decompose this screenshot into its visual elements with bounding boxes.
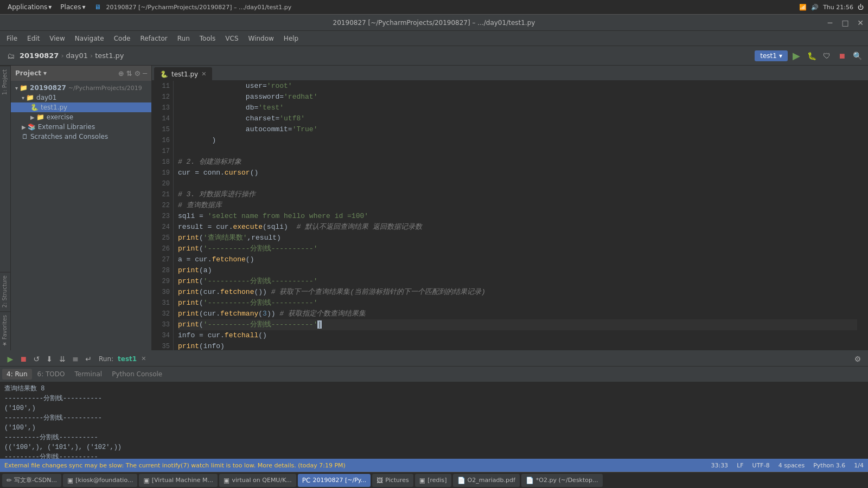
menu-tools[interactable]: Tools bbox=[195, 33, 220, 44]
run-filter-button[interactable]: ≡ bbox=[69, 353, 81, 365]
run-configuration[interactable]: test1 ▾ bbox=[755, 50, 788, 61]
code-line[interactable]: # 查询数据库 bbox=[178, 200, 857, 211]
line-number: 30 bbox=[155, 287, 170, 298]
code-line[interactable]: ) bbox=[178, 135, 857, 146]
tab-terminal[interactable]: Terminal bbox=[70, 369, 106, 380]
hide-icon[interactable]: ─ bbox=[143, 69, 147, 78]
minimize-button[interactable]: ─ bbox=[822, 15, 838, 31]
menu-vcs[interactable]: VCS bbox=[221, 33, 242, 44]
code-line[interactable]: print(a) bbox=[178, 265, 857, 276]
pc-icon-menu[interactable]: 🖥 bbox=[91, 2, 104, 12]
stop-button[interactable]: ⏹ bbox=[835, 49, 848, 62]
code-line[interactable]: # 3. 对数据库进行操作 bbox=[178, 189, 857, 200]
code-line[interactable]: password='redhat' bbox=[178, 92, 857, 102]
tree-item-day01[interactable]: ▾ 📁 day01 bbox=[11, 93, 151, 102]
debug-button[interactable]: 🐛 bbox=[805, 49, 818, 62]
close-button[interactable]: ✕ bbox=[853, 15, 868, 31]
sidebar-tab-favorites[interactable]: ★ Favorites bbox=[0, 311, 10, 350]
code-line[interactable]: print(cur.fetchone()) # 获取下一个查询结果集(当前游标指… bbox=[178, 287, 857, 298]
menu-window[interactable]: Window bbox=[244, 33, 278, 44]
code-line[interactable]: user='root' bbox=[178, 81, 857, 92]
run-button[interactable]: ▶ bbox=[790, 49, 803, 62]
code-line[interactable]: print('----------分割线----------' bbox=[178, 298, 857, 309]
tab-python-console[interactable]: Python Console bbox=[107, 369, 167, 380]
taskbar-item[interactable]: ▣[kiosk@foundatio... bbox=[63, 474, 138, 487]
taskbar-item[interactable]: ▣[redis] bbox=[415, 474, 451, 487]
panel-dropdown-arrow[interactable]: ▾ bbox=[43, 69, 47, 77]
sidebar-tab-structure[interactable]: 2: Structure bbox=[0, 272, 10, 311]
taskbar-item[interactable]: ▣virtual on QEMU/K... bbox=[219, 474, 296, 487]
tab-run[interactable]: 4: Run bbox=[2, 369, 32, 380]
code-line[interactable]: a = cur.fetchone() bbox=[178, 254, 857, 265]
code-line[interactable]: print('----------分割线----------' bbox=[178, 276, 857, 287]
maximize-button[interactable]: □ bbox=[838, 15, 853, 31]
code-line[interactable]: autocommit='True' bbox=[178, 124, 857, 135]
taskbar-item[interactable]: 📄*O2.py (~/Desktop... bbox=[521, 474, 603, 487]
code-line[interactable]: cur = conn.cursor() bbox=[178, 168, 857, 178]
code-line[interactable]: result = cur.execute(sqli) # 默认不返回查询结果 返… bbox=[178, 222, 857, 233]
code-line[interactable]: info = cur.fetchall() bbox=[178, 330, 857, 341]
taskbar-item[interactable]: ▣[Virtual Machine M... bbox=[139, 474, 218, 487]
breadcrumb-file[interactable]: test1.py bbox=[95, 52, 124, 60]
taskbar-item[interactable]: 🖼Pictures bbox=[372, 474, 413, 487]
menu-navigate[interactable]: Navigate bbox=[71, 33, 108, 44]
python-version[interactable]: Python 3.6 bbox=[813, 462, 845, 469]
sidebar-tab-project[interactable]: 1: Project bbox=[0, 66, 10, 98]
sort-icon[interactable]: ⇅ bbox=[126, 69, 132, 78]
code-line[interactable]: print('----------分割线----------' bbox=[178, 243, 857, 254]
menu-view[interactable]: View bbox=[45, 33, 69, 44]
code-line[interactable] bbox=[178, 178, 857, 189]
run-close-button[interactable]: ✕ bbox=[141, 355, 146, 362]
menu-edit[interactable]: Edit bbox=[23, 33, 44, 44]
run-scroll-end-button[interactable]: ⇊ bbox=[56, 353, 68, 365]
line-separator[interactable]: LF bbox=[737, 462, 743, 469]
code-line[interactable]: print(cur.fetchmany(3)) # 获取指定个数查询结果集 bbox=[178, 309, 857, 319]
coverage-button[interactable]: 🛡 bbox=[820, 49, 833, 62]
menu-run[interactable]: Run bbox=[173, 33, 194, 44]
code-line[interactable]: # 2. 创建游标对象 bbox=[178, 157, 857, 168]
tree-item-ext-libs[interactable]: ▶ 📚 External Libraries bbox=[11, 122, 151, 132]
editor-tab-test1py[interactable]: 🐍 test1.py ✕ bbox=[154, 67, 212, 80]
project-icon-btn[interactable]: 🗂 bbox=[4, 49, 17, 62]
search-everywhere-button[interactable]: 🔍 bbox=[851, 49, 864, 62]
menu-help[interactable]: Help bbox=[279, 33, 303, 44]
tree-item-scratches[interactable]: 🗒 Scratches and Consoles bbox=[11, 132, 151, 142]
run-scroll-down-button[interactable]: ⬇ bbox=[43, 353, 55, 365]
locate-icon[interactable]: ⊕ bbox=[118, 69, 124, 78]
day01-label: day01 bbox=[36, 94, 56, 101]
menu-code[interactable]: Code bbox=[110, 33, 135, 44]
code-line[interactable] bbox=[178, 146, 857, 157]
code-line[interactable]: print('查询结果数',result) bbox=[178, 233, 857, 243]
run-rerun-button[interactable]: ↺ bbox=[30, 353, 42, 365]
breadcrumb-root[interactable]: 20190827 bbox=[20, 52, 59, 60]
code-line[interactable]: print(info) bbox=[178, 341, 857, 350]
menu-file[interactable]: File bbox=[2, 33, 22, 44]
taskbar-item[interactable]: ✏写文章-CSDN... bbox=[2, 474, 61, 487]
taskbar-item[interactable]: 📄O2_mariadb.pdf bbox=[453, 474, 520, 487]
code-editor[interactable]: 1112131415161718192021222324252627282930… bbox=[152, 81, 868, 350]
menu-refactor[interactable]: Refactor bbox=[136, 33, 171, 44]
run-stop-button[interactable]: ⏹ bbox=[17, 353, 29, 365]
code-line[interactable]: sqli = 'select name from hello where id … bbox=[178, 211, 857, 222]
places-menu[interactable]: Places ▾ bbox=[57, 2, 88, 12]
settings-icon[interactable]: ⚙ bbox=[135, 69, 141, 78]
run-play-button[interactable]: ▶ bbox=[4, 353, 16, 365]
code-line[interactable]: db='test' bbox=[178, 102, 857, 113]
run-wrap-button[interactable]: ↵ bbox=[82, 353, 94, 365]
tree-item-exercise[interactable]: ▶ 📁 exercise bbox=[11, 112, 151, 122]
breadcrumb-day01[interactable]: day01 bbox=[66, 52, 88, 60]
cursor-position[interactable]: 33:33 bbox=[711, 462, 728, 469]
tree-item-project[interactable]: ▾ 📁 20190827 ~/PycharmProjects/2019 bbox=[11, 83, 151, 93]
applications-menu[interactable]: Applications ▾ bbox=[4, 2, 55, 12]
code-content[interactable]: user='root' password='redhat' db='test' … bbox=[174, 81, 861, 350]
run-settings-icon[interactable]: ⚙ bbox=[852, 353, 864, 365]
tree-item-test1py[interactable]: 🐍 test1.py bbox=[11, 102, 151, 112]
toolbar: 🗂 20190827 › day01 › test1.py test1 ▾ ▶ … bbox=[0, 46, 868, 66]
code-line[interactable]: charset='utf8' bbox=[178, 113, 857, 124]
code-line[interactable]: print('----------分割线----------'| bbox=[178, 319, 857, 330]
indent-info[interactable]: 4 spaces bbox=[778, 462, 805, 469]
taskbar-item[interactable]: PC20190827 [~/Py... bbox=[298, 474, 371, 487]
tab-todo[interactable]: 6: TODO bbox=[33, 369, 69, 380]
tab-close-button[interactable]: ✕ bbox=[201, 70, 206, 78]
encoding[interactable]: UTF-8 bbox=[752, 462, 770, 469]
